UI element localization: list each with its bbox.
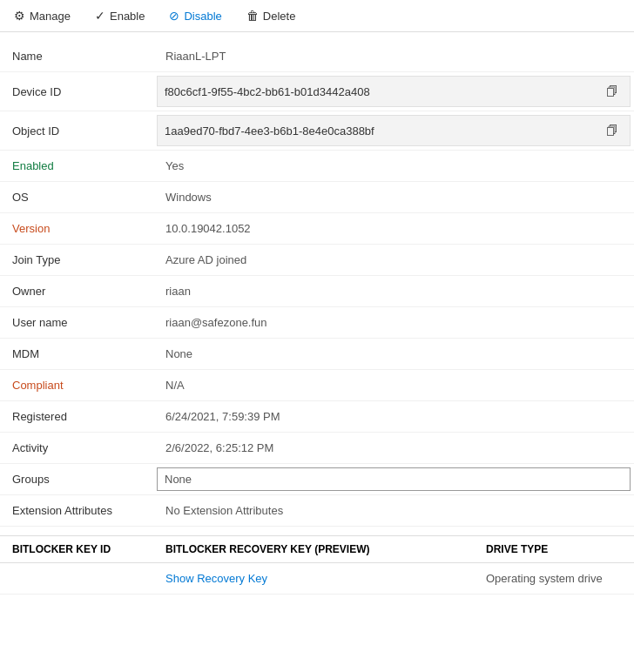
field-label: Registered xyxy=(0,403,157,430)
field-value: riaan xyxy=(157,278,634,305)
field-value: RiaanL-LPT xyxy=(157,43,634,70)
field-row: GroupsNone xyxy=(0,464,634,495)
field-value: Yes xyxy=(157,152,634,179)
check-icon: ✓ xyxy=(95,9,105,23)
field-label: Groups xyxy=(0,466,157,493)
bitlocker-row: Show Recovery KeyOperating system drive xyxy=(0,563,634,595)
bitlocker-drive-header: DRIVE TYPE xyxy=(477,536,634,562)
field-label: Owner xyxy=(0,278,157,305)
field-value: Azure AD joined xyxy=(157,246,634,273)
drive-type-value: Operating system drive xyxy=(477,565,634,592)
id-text: f80c6cf1-9f55-4bc2-bb61-b01d3442a408 xyxy=(165,85,602,98)
id-text: 1aa9ed70-fbd7-4ee3-b6b1-8e4e0ca388bf xyxy=(165,124,602,138)
delete-label: Delete xyxy=(263,10,296,23)
enable-button[interactable]: ✓ Enable xyxy=(91,7,148,24)
manage-label: Manage xyxy=(30,10,71,23)
show-recovery-key-link[interactable]: Show Recovery Key xyxy=(157,565,477,592)
gear-icon: ⚙ xyxy=(14,9,25,23)
field-value: 10.0.19042.1052 xyxy=(157,215,634,242)
field-label: OS xyxy=(0,184,157,211)
field-value: None xyxy=(157,340,634,367)
field-value: 2/6/2022, 6:25:12 PM xyxy=(157,434,634,461)
bitlocker-recovery-header: BITLOCKER RECOVERY KEY (Preview) xyxy=(157,536,477,562)
field-row: NameRiaanL-LPT xyxy=(0,41,634,72)
manage-button[interactable]: ⚙ Manage xyxy=(10,7,74,24)
field-row: Join TypeAzure AD joined xyxy=(0,245,634,276)
disable-icon: ⊘ xyxy=(169,9,179,23)
field-value: Windows xyxy=(157,184,634,211)
field-row: CompliantN/A xyxy=(0,370,634,401)
disable-label: Disable xyxy=(184,10,221,23)
trash-icon: 🗑 xyxy=(246,9,259,23)
field-row: Object ID1aa9ed70-fbd7-4ee3-b6b1-8e4e0ca… xyxy=(0,111,634,151)
field-label: Name xyxy=(0,43,157,70)
field-label: User name xyxy=(0,309,157,336)
copy-icon[interactable]: 🗍 xyxy=(602,81,623,102)
field-label: Join Type xyxy=(0,246,157,273)
field-label: MDM xyxy=(0,340,157,367)
field-value: 6/24/2021, 7:59:39 PM xyxy=(157,403,634,430)
toolbar: ⚙ Manage ✓ Enable ⊘ Disable 🗑 Delete xyxy=(0,0,634,32)
field-row: Device IDf80c6cf1-9f55-4bc2-bb61-b01d344… xyxy=(0,72,634,111)
bitlocker-key-id xyxy=(0,572,157,586)
enable-label: Enable xyxy=(110,10,145,23)
bitlocker-header: BITLOCKER KEY ID BITLOCKER RECOVERY KEY … xyxy=(0,535,634,563)
field-row: Version10.0.19042.1052 xyxy=(0,213,634,245)
field-row: Ownerriaan xyxy=(0,276,634,307)
field-row: Activity2/6/2022, 6:25:12 PM xyxy=(0,433,634,464)
field-row: Extension AttributesNo Extension Attribu… xyxy=(0,495,634,527)
field-value-id: 1aa9ed70-fbd7-4ee3-b6b1-8e4e0ca388bf🗍 xyxy=(157,115,631,146)
field-label: Compliant xyxy=(0,372,157,399)
device-details: NameRiaanL-LPTDevice IDf80c6cf1-9f55-4bc… xyxy=(0,32,634,535)
bitlocker-rows: Show Recovery KeyOperating system drive xyxy=(0,563,634,595)
field-label: Extension Attributes xyxy=(0,497,157,524)
bitlocker-id-header: BITLOCKER KEY ID xyxy=(0,536,157,562)
field-label: Device ID xyxy=(0,78,157,105)
field-row: Registered6/24/2021, 7:59:39 PM xyxy=(0,401,634,433)
field-label: Version xyxy=(0,215,157,242)
field-label: Activity xyxy=(0,434,157,461)
delete-button[interactable]: 🗑 Delete xyxy=(243,7,300,24)
field-row: EnabledYes xyxy=(0,151,634,182)
field-value-groups: None xyxy=(157,467,631,491)
field-row: OSWindows xyxy=(0,182,634,213)
field-row: MDMNone xyxy=(0,339,634,370)
field-row: User nameriaan@safezone.fun xyxy=(0,307,634,339)
field-label: Object ID xyxy=(0,118,157,144)
field-label: Enabled xyxy=(0,152,157,179)
disable-button[interactable]: ⊘ Disable xyxy=(165,7,225,24)
field-value-id: f80c6cf1-9f55-4bc2-bb61-b01d3442a408🗍 xyxy=(157,76,631,107)
field-value: No Extension Attributes xyxy=(157,497,634,524)
field-value: riaan@safezone.fun xyxy=(157,309,634,336)
field-value: N/A xyxy=(157,372,634,399)
copy-icon[interactable]: 🗍 xyxy=(602,120,623,141)
